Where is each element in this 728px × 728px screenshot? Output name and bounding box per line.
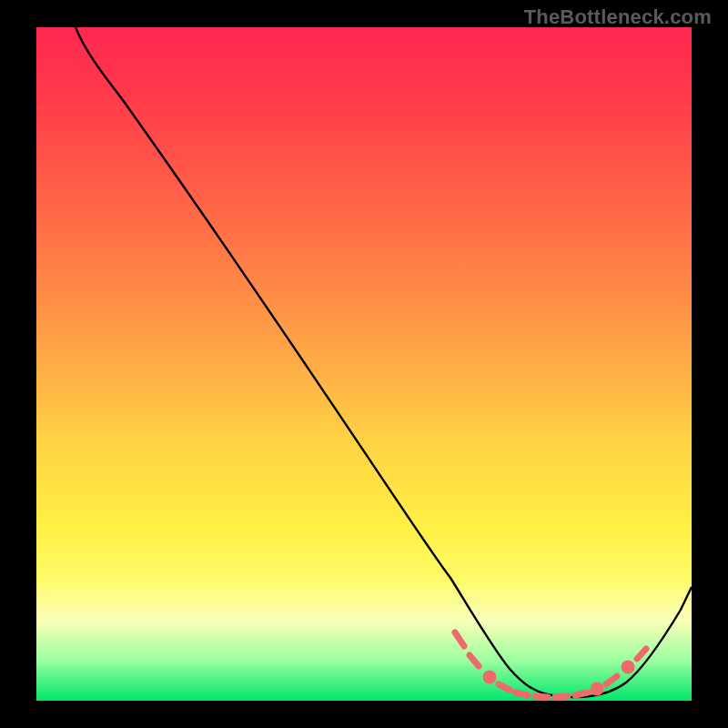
- svg-line-4: [515, 693, 528, 695]
- svg-point-2: [486, 673, 493, 681]
- svg-point-8: [593, 685, 601, 693]
- watermark-label: TheBottleneck.com: [524, 5, 712, 29]
- svg-line-5: [535, 696, 548, 697]
- plot-area: [36, 27, 692, 701]
- svg-line-6: [555, 696, 568, 697]
- svg-point-10: [624, 663, 632, 671]
- svg-line-3: [499, 684, 510, 690]
- svg-line-9: [606, 676, 617, 684]
- svg-line-1: [470, 655, 479, 666]
- chart-svg: [36, 27, 692, 701]
- main-curve: [76, 27, 692, 697]
- svg-line-7: [575, 693, 588, 695]
- chart-frame: TheBottleneck.com: [0, 0, 728, 728]
- svg-line-11: [637, 649, 646, 659]
- svg-line-0: [455, 632, 464, 646]
